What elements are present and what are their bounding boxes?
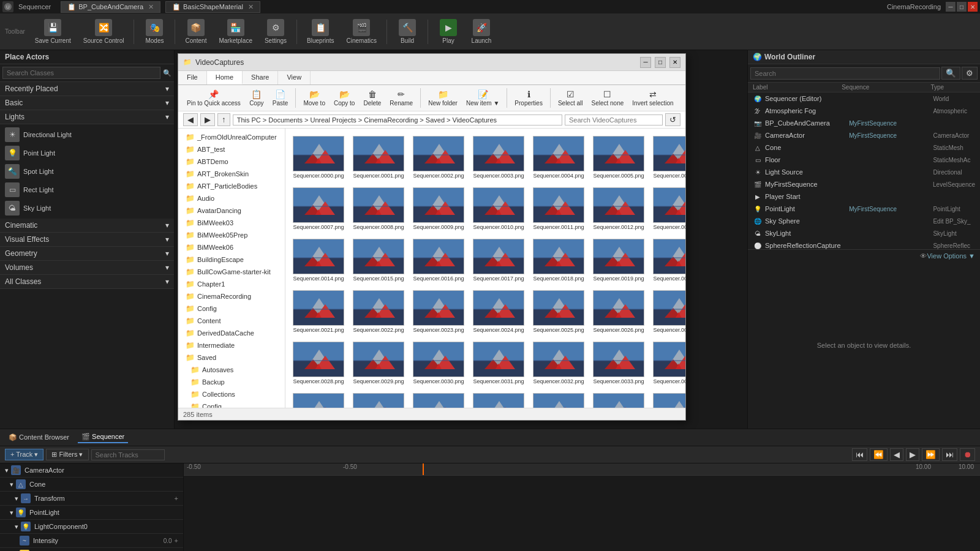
sky-light-item[interactable]: 🌤 Sky Light: [0, 199, 174, 217]
fe-tab-home[interactable]: Home: [207, 71, 243, 84]
add-track-button[interactable]: + Track ▾: [5, 449, 43, 460]
sidebar-abt-demo[interactable]: 📁 ABTDemo: [178, 156, 285, 168]
content-button[interactable]: 📦 Content: [180, 17, 211, 47]
outliner-search-input[interactable]: [750, 67, 940, 80]
file-thumb[interactable]: Sequencer.0030.png: [410, 339, 467, 387]
outliner-search-button[interactable]: 🔍: [941, 67, 960, 80]
outliner-item[interactable]: △ Cone StaticMesh: [748, 141, 980, 154]
new-folder-button[interactable]: 📁 New folder: [424, 88, 461, 108]
outliner-item[interactable]: ⚪ SphereReflectionCapture SphereReflec: [748, 239, 980, 249]
file-thumb[interactable]: Sequencer.0022.png: [350, 288, 407, 335]
file-thumb[interactable]: Sequencer.0013.png: [650, 185, 685, 233]
file-thumb[interactable]: Sequencer.0025.png: [530, 288, 587, 335]
transform-track[interactable]: ▾ → Transform +: [0, 492, 183, 506]
lights-header[interactable]: Lights ▾: [0, 110, 174, 124]
all-classes-header[interactable]: All Classes ▾: [0, 275, 174, 289]
sidebar-abt-test[interactable]: 📁 ABT_test: [178, 143, 285, 156]
basic-header[interactable]: Basic ▾: [0, 96, 174, 110]
fe-tab-view[interactable]: View: [278, 71, 311, 84]
pin-quick-access-button[interactable]: 📌 Pin to Quick access: [183, 88, 244, 108]
file-thumb[interactable]: Sequencer.0015.png: [350, 236, 407, 284]
file-thumb[interactable]: Sequencer.0020.png: [650, 236, 685, 284]
outliner-item[interactable]: 🌐 Sky Sphere Edit BP_Sky_: [748, 215, 980, 227]
select-none-button[interactable]: ☐ Select none: [587, 88, 627, 108]
sidebar-bim03[interactable]: 📁 BiMWeek03: [178, 217, 285, 229]
geometry-header[interactable]: Geometry ▾: [0, 247, 174, 261]
delete-button[interactable]: 🗑 Delete: [360, 88, 385, 108]
sidebar-art-broken[interactable]: 📁 ART_BrokenSkin: [178, 168, 285, 180]
fe-tab-share[interactable]: Share: [243, 71, 278, 84]
sidebar-audio[interactable]: 📁 Audio: [178, 192, 285, 204]
copy-to-button[interactable]: 📂 Copy to: [330, 88, 358, 108]
forward-button[interactable]: ▶: [200, 113, 215, 126]
copy-button[interactable]: 📋 Copy: [246, 88, 268, 108]
seq-playhead[interactable]: [423, 463, 424, 475]
build-button[interactable]: 🔨 Build: [392, 17, 423, 47]
sidebar-bullcow[interactable]: 📁 BullCowGame-starter-kit: [178, 266, 285, 278]
recently-placed-header[interactable]: Recently Placed ▾: [0, 82, 174, 96]
rect-light-item[interactable]: ▭ Rect Light: [0, 181, 174, 199]
file-thumb[interactable]: Sequencer.0037.png: [410, 391, 467, 408]
sidebar-autosaves[interactable]: 📁 Autosaves: [178, 364, 285, 376]
visual-effects-header[interactable]: Visual Effects ▾: [0, 233, 174, 247]
spot-light-item[interactable]: 🔦 Spot Light: [0, 162, 174, 181]
file-thumb[interactable]: Sequencer.0007.png: [290, 185, 347, 233]
file-thumb[interactable]: Sequencer.0041.png: [650, 391, 685, 408]
sidebar-config2[interactable]: 📁 Config: [178, 400, 285, 408]
new-item-button[interactable]: 📝 New item ▼: [462, 88, 503, 108]
file-thumb[interactable]: Sequencer.0000.png: [290, 133, 347, 181]
paste-button[interactable]: 📄 Paste: [269, 88, 292, 108]
file-thumb[interactable]: Sequencer.0035.png: [290, 391, 347, 408]
refresh-button[interactable]: ↺: [665, 113, 680, 126]
invert-selection-button[interactable]: ⇄ Invert selection: [628, 88, 677, 108]
file-thumb[interactable]: Sequencer.0016.png: [410, 236, 467, 284]
sidebar-backup[interactable]: 📁 Backup: [178, 376, 285, 388]
play-reverse-button[interactable]: ◀: [890, 448, 903, 461]
sidebar-chapter1[interactable]: 📁 Chapter1: [178, 278, 285, 290]
file-thumb[interactable]: Sequencer.0010.png: [470, 185, 527, 233]
up-button[interactable]: ↑: [217, 113, 230, 126]
launch-button[interactable]: 🚀 Launch: [466, 17, 497, 47]
file-thumb[interactable]: Sequencer.0038.png: [470, 391, 527, 408]
file-thumb[interactable]: Sequencer.0003.png: [470, 133, 527, 181]
sidebar-intermediate[interactable]: 📁 Intermediate: [178, 339, 285, 351]
file-thumb[interactable]: Sequencer.0005.png: [590, 133, 647, 181]
sequencer-tab[interactable]: 🎬 Sequencer: [78, 432, 128, 443]
file-thumb[interactable]: Sequencer.0008.png: [350, 185, 407, 233]
seq-play-button[interactable]: ▶: [906, 448, 919, 461]
file-thumb[interactable]: Sequencer.0011.png: [530, 185, 587, 233]
sidebar-from-old[interactable]: 📁 _FromOldUnrealComputer: [178, 131, 285, 143]
filters-button[interactable]: ⊞ Filters ▾: [46, 449, 88, 460]
sidebar-derived[interactable]: 📁 DerivedDataCache: [178, 327, 285, 339]
outliner-item[interactable]: 🌫 Atmospheric Fog Atmospheric: [748, 105, 980, 117]
tab-close-icon[interactable]: ✕: [148, 3, 154, 11]
go-start-button[interactable]: ⏮: [852, 448, 867, 461]
sidebar-saved[interactable]: 📁 Saved: [178, 351, 285, 364]
outliner-item[interactable]: 🌍 Sequencer (Editor) World: [748, 92, 980, 105]
file-thumb[interactable]: Sequencer.0002.png: [410, 133, 467, 181]
sidebar-config[interactable]: 📁 Config: [178, 302, 285, 315]
sidebar-bim06[interactable]: 📁 BiMWeek06: [178, 241, 285, 253]
outliner-item[interactable]: 🌤 SkyLight SkyLight: [748, 227, 980, 239]
close-button[interactable]: ✕: [968, 2, 978, 12]
modes-button[interactable]: 🎭 Modes: [139, 17, 170, 47]
point-light-item[interactable]: 💡 Point Light: [0, 144, 174, 162]
seq-search-input[interactable]: [91, 449, 165, 460]
file-thumb[interactable]: Sequencer.0023.png: [410, 288, 467, 335]
file-thumb[interactable]: Sequencer.0028.png: [290, 339, 347, 387]
directional-light-item[interactable]: ☀ Directional Light: [0, 126, 174, 144]
step-fwd-button[interactable]: ⏩: [922, 448, 940, 461]
seq-timeline[interactable]: -0.50 -0.50 10.00 10.00: [184, 463, 980, 551]
address-bar-input[interactable]: [233, 114, 562, 126]
intensity-track[interactable]: ~ Intensity 0.0 +: [0, 534, 183, 548]
file-thumb[interactable]: Sequencer.0031.png: [470, 339, 527, 387]
add-key-icon[interactable]: +: [175, 537, 178, 544]
light-component-track[interactable]: ▾ 💡 LightComponent0: [0, 520, 183, 534]
view-options-label[interactable]: View Options ▼: [927, 252, 975, 260]
cone-track[interactable]: ▾ △ Cone: [0, 478, 183, 492]
file-thumb[interactable]: Sequencer.0039.png: [530, 391, 587, 408]
rename-button[interactable]: ✏ Rename: [386, 88, 417, 108]
outliner-item[interactable]: ▭ Floor StaticMeshAc: [748, 154, 980, 166]
tab-close-icon2[interactable]: ✕: [248, 3, 254, 11]
cinematics-button[interactable]: 🎬 Cinematics: [342, 17, 382, 47]
